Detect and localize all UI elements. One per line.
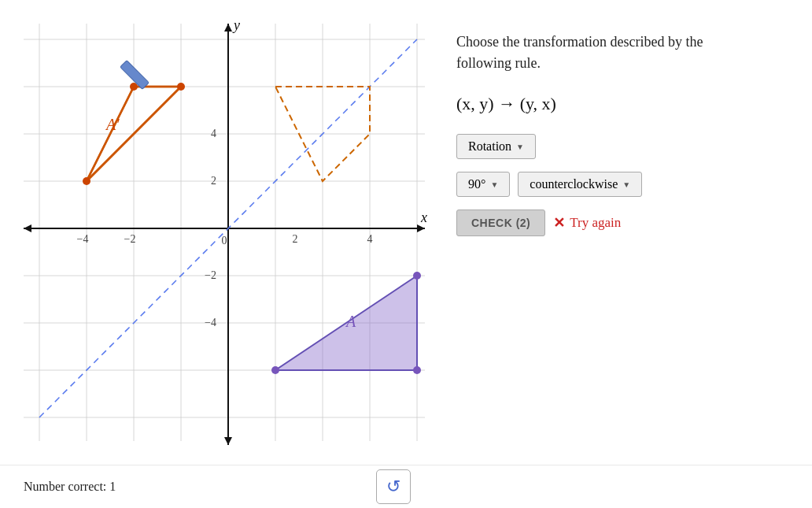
rule-formula: (x, y) → (y, x) [456,94,556,113]
coordinate-graph: x y −4 −2 0 2 4 2 4 −2 −4 A [16,16,433,457]
right-panel: Choose the transformation described by t… [433,16,804,465]
vertex-aprime3 [83,177,90,185]
degree-arrow: ▼ [490,180,498,189]
question-line1: Choose the transformation described by t… [456,34,703,50]
graph-area: x y −4 −2 0 2 4 2 4 −2 −4 A [16,16,433,457]
label-a-prime: A′ [105,116,120,133]
label-a: A [345,313,356,330]
direction-arrow: ▼ [622,180,630,189]
svg-text:−4: −4 [77,233,89,245]
refresh-icon: ↺ [386,476,400,497]
degree-dropdown[interactable]: 90° ▼ [456,172,510,197]
svg-marker-20 [224,24,232,32]
bottom-bar: Number correct: 1 ↺ [0,465,812,508]
svg-text:4: 4 [211,128,216,139]
degree-label: 90° [468,177,485,191]
refresh-button[interactable]: ↺ [376,469,411,504]
svg-text:2: 2 [293,233,298,245]
x-icon: ✕ [553,214,565,232]
question-text: Choose the transformation described by t… [456,32,755,74]
number-correct: Number correct: 1 [24,480,116,494]
try-again-message: ✕ Try again [553,214,621,232]
svg-marker-18 [417,224,425,232]
question-line2: following rule. [456,55,541,71]
degree-direction-row: 90° ▼ counterclockwise ▼ [456,172,781,197]
check-label: CHECK (2) [471,217,530,229]
svg-text:0: 0 [222,235,227,247]
vertex-a2 [413,366,421,374]
main-container: x y −4 −2 0 2 4 2 4 −2 −4 A [0,0,812,473]
svg-text:−2: −2 [124,233,136,245]
transformation-arrow: ▼ [516,143,524,151]
try-again-label: Try again [570,215,621,231]
check-row: CHECK (2) ✕ Try again [456,210,781,236]
transformation-dropdown[interactable]: Rotation ▼ [456,134,536,159]
svg-text:−4: −4 [205,317,216,328]
vertex-aprime2 [177,83,185,91]
vertex-a1 [271,366,279,374]
svg-text:2: 2 [211,175,216,187]
rule-display: (x, y) → (y, x) [456,94,781,114]
svg-marker-21 [224,437,232,445]
direction-label: counterclockwise [530,177,618,191]
transformation-label: Rotation [468,139,511,154]
svg-text:4: 4 [367,233,373,245]
svg-text:y: y [232,17,240,33]
controls-row: Rotation ▼ 90° ▼ counterclockwise ▼ CHEC… [456,134,781,236]
vertex-a3 [413,272,421,280]
check-button[interactable]: CHECK (2) [456,210,545,236]
direction-dropdown[interactable]: counterclockwise ▼ [518,172,642,197]
svg-text:x: x [420,210,427,225]
svg-text:−2: −2 [205,269,216,281]
svg-marker-19 [24,224,31,232]
